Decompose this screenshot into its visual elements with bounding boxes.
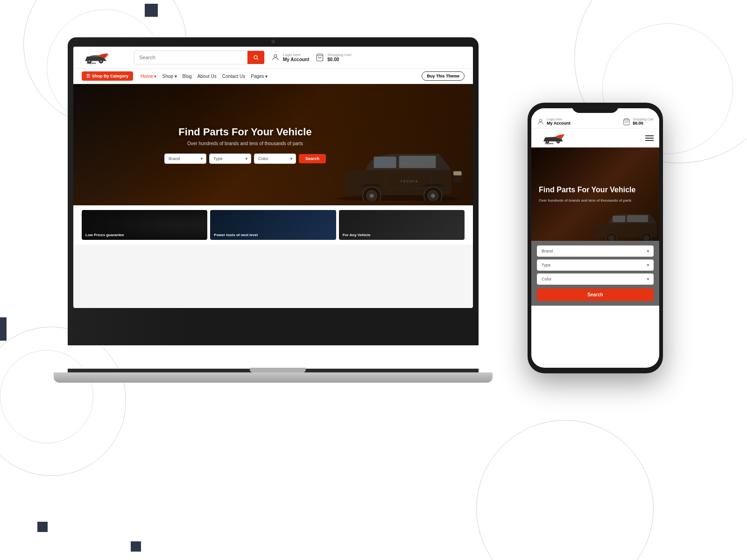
- phone-mockup: Login here My Account Shopping Cart $0.0…: [528, 103, 663, 373]
- phone-cart-label: Shopping Cart: [633, 118, 654, 121]
- nav-pages[interactable]: Pages ▾: [251, 74, 268, 79]
- phone-cart-info: Shopping Cart $0.00: [633, 118, 654, 126]
- phone-cart-icon: [623, 118, 630, 126]
- feature-cards-row: Low Prices guarantee Power tools of next…: [73, 205, 473, 245]
- hero-section: TOYOTA Find Parts For Your Vehicle Over …: [73, 84, 473, 205]
- laptop-frame: Sayara Login here: [68, 37, 479, 345]
- svg-point-18: [431, 194, 435, 198]
- hamburger-line-1: [645, 135, 654, 136]
- hero-title: Find Parts For Your Vehicle: [164, 126, 326, 138]
- svg-line-6: [257, 58, 258, 60]
- svg-point-35: [608, 235, 614, 241]
- svg-point-5: [254, 56, 257, 59]
- hamburger-line-3: [645, 140, 654, 141]
- svg-rect-33: [627, 215, 648, 222]
- hamburger-menu-icon: ☰: [86, 74, 90, 78]
- svg-rect-19: [453, 171, 462, 175]
- site-nav: ☰ Shop By Category Home ▾ Shop ▾ Blog Ab…: [73, 69, 473, 84]
- phone-hero-title: Find Parts For Your Vehicle: [539, 185, 635, 194]
- laptop-camera: [271, 40, 275, 43]
- phone-type-select-wrapper: Type ▼: [537, 259, 654, 271]
- cart-label: Shopping Cart: [327, 53, 351, 57]
- cart-info: Shopping Cart $0.00: [327, 53, 351, 62]
- phone-logo-icon: Sayara: [537, 132, 570, 145]
- feature-card-3: For Any Vehicle: [339, 210, 465, 240]
- account-info: Login here My Account: [283, 53, 309, 62]
- svg-text:Sayara: Sayara: [87, 62, 96, 64]
- nav-contact[interactable]: Contact Us: [222, 74, 245, 79]
- brand-select[interactable]: Brand: [164, 154, 206, 164]
- site-logo: Sayara: [82, 50, 128, 64]
- phone-hero-truck: [589, 203, 659, 241]
- cart-amount: $0.00: [327, 57, 351, 62]
- type-select-wrapper: Type ▼: [209, 154, 251, 164]
- buy-this-theme-button[interactable]: Buy This Theme: [422, 71, 465, 81]
- feature-card-3-label: For Any Vehicle: [343, 233, 371, 237]
- cart-icon: [315, 52, 325, 63]
- account-icon: [270, 52, 281, 63]
- hero-search-button[interactable]: Search: [299, 154, 326, 163]
- laptop-search-button[interactable]: [247, 51, 264, 64]
- phone-search-section: Brand ▼ Type ▼ Color ▼ Search: [531, 241, 659, 306]
- svg-rect-11: [374, 157, 396, 168]
- phone-brand-select-wrapper: Brand ▼: [537, 245, 654, 257]
- svg-rect-12: [399, 156, 436, 168]
- phone-hero-subtitle: Over hundreds of brands and tens of thou…: [539, 198, 635, 203]
- cart-section[interactable]: Shopping Cart $0.00: [315, 52, 351, 63]
- login-here-label: Login here: [283, 53, 309, 57]
- svg-text:Sayara: Sayara: [545, 142, 554, 145]
- phone-cart-section[interactable]: Shopping Cart $0.00: [623, 118, 654, 126]
- account-section[interactable]: Login here My Account: [270, 52, 309, 63]
- nav-home[interactable]: Home ▾: [141, 74, 156, 79]
- laptop-mockup: Sayara Login here: [68, 37, 488, 383]
- site-header: Sayara Login here: [73, 47, 473, 69]
- feature-card-2-label: Power tools of next level: [214, 233, 258, 237]
- hero-search-form: Brand ▼ Type ▼ Color: [164, 154, 326, 164]
- phone-search-button[interactable]: Search: [537, 288, 654, 301]
- svg-rect-20: [453, 176, 462, 182]
- laptop-search-bar[interactable]: [134, 50, 265, 64]
- feature-card-1-label: Low Prices guarantee: [85, 233, 124, 237]
- phone-account-info: Login here My Account: [547, 118, 571, 126]
- hero-subtitle: Over hundreds of brands and tens of thou…: [164, 141, 326, 146]
- nav-about[interactable]: About Us: [197, 74, 217, 79]
- svg-point-7: [274, 55, 277, 57]
- logo-icon: Sayara: [82, 50, 110, 64]
- nav-shop[interactable]: Shop ▾: [162, 74, 176, 79]
- phone-hero-section: Find Parts For Your Vehicle Over hundred…: [531, 147, 659, 241]
- hamburger-line-2: [645, 138, 654, 139]
- phone-account-label: My Account: [547, 121, 571, 126]
- svg-rect-32: [613, 216, 626, 222]
- nav-blog[interactable]: Blog: [183, 74, 192, 79]
- phone-frame: Login here My Account Shopping Cart $0.0…: [528, 103, 663, 373]
- hero-content: Find Parts For Your Vehicle Over hundred…: [164, 126, 326, 164]
- phone-login-label: Login here: [547, 118, 571, 121]
- phone-type-select[interactable]: Type: [537, 259, 654, 271]
- shop-by-category-button[interactable]: ☰ Shop By Category: [82, 71, 133, 81]
- laptop-stand: [250, 368, 306, 372]
- laptop-screen: Sayara Login here: [73, 47, 473, 308]
- color-select-wrapper: Color ▼: [254, 154, 296, 164]
- phone-color-select-wrapper: Color ▼: [537, 273, 654, 285]
- color-select[interactable]: Color: [254, 154, 296, 164]
- phone-cart-amount: $0.00: [633, 121, 654, 126]
- phone-screen: Login here My Account Shopping Cart $0.0…: [531, 108, 659, 368]
- phone-brand-select[interactable]: Brand: [537, 245, 654, 257]
- svg-point-37: [643, 235, 649, 241]
- brand-select-wrapper: Brand ▼: [164, 154, 206, 164]
- type-select[interactable]: Type: [209, 154, 251, 164]
- svg-text:TOYOTA: TOYOTA: [400, 180, 418, 183]
- phone-hamburger-menu[interactable]: [645, 135, 654, 141]
- shop-by-category-label: Shop By Category: [92, 74, 128, 78]
- laptop-search-input[interactable]: [134, 55, 247, 60]
- hero-truck-image: TOYOTA: [333, 135, 464, 201]
- feature-card-1: Low Prices guarantee: [82, 210, 207, 240]
- svg-point-3: [100, 60, 102, 63]
- my-account-label: My Account: [283, 57, 309, 62]
- phone-logo: Sayara: [537, 132, 570, 145]
- phone-account-icon: [537, 118, 544, 126]
- svg-point-29: [557, 141, 559, 143]
- phone-account-section[interactable]: Login here My Account: [537, 118, 571, 126]
- laptop-base: [54, 372, 493, 383]
- phone-color-select[interactable]: Color: [537, 273, 654, 285]
